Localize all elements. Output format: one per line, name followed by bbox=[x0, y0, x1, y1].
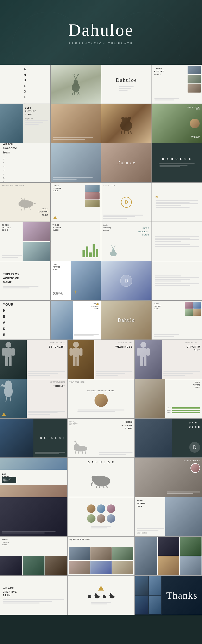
row-2: LEFTPICTURESLIDE Project list bbox=[0, 104, 202, 144]
svg-point-21 bbox=[21, 200, 26, 204]
slide-r10s3: D A HU L O E D bbox=[135, 418, 202, 458]
right-pic-2-label: RIGHTPICTURESLIDE bbox=[137, 499, 145, 508]
svg-rect-52 bbox=[144, 357, 146, 366]
svg-marker-22 bbox=[21, 198, 23, 200]
slide-r14s1: WE ARECREATIVETEAM bbox=[0, 576, 68, 615]
person-silhouette-3 bbox=[135, 340, 152, 371]
slide-r7s1: YOURHEADER bbox=[0, 301, 51, 340]
slide-r13s2: SQUARE PICTURE SLIDE bbox=[68, 536, 135, 576]
strenght-text: STRENGHT bbox=[49, 345, 65, 348]
slide-r8s1: YOUR TITLE HERE STRENGHT bbox=[0, 340, 68, 379]
slide-r3s1: we areawesometeam DAHULOE bbox=[0, 144, 51, 182]
bird-silhouette bbox=[0, 379, 17, 410]
dark-people-text: D A H U L O E bbox=[40, 437, 65, 440]
animal-4 bbox=[109, 592, 115, 599]
opportunity-text: OPPORTUNITY bbox=[187, 345, 200, 352]
slide-r5s1: THREEPICTURESLIDE bbox=[0, 222, 51, 261]
opportu-title-label: YOUR TITLE HERE bbox=[185, 342, 200, 344]
slide-r5s2: THREEPICTURESLIDE bbox=[51, 222, 102, 261]
your-headers-label: YOUR HEADERS bbox=[184, 460, 200, 462]
slide-r9s1: YOUR TITLE HERE THREAT bbox=[0, 379, 68, 418]
svg-point-84 bbox=[104, 594, 105, 595]
row-9: YOUR TITLE HERE THREAT YOUR TITLE HERE C… bbox=[0, 379, 202, 418]
weakness-text: WEAKNESS bbox=[116, 345, 133, 348]
fly-there: fly there bbox=[191, 136, 199, 138]
deer-mockup-label: DEERMOCKUPSLIDE bbox=[139, 227, 150, 237]
slide-r5s4 bbox=[152, 222, 202, 261]
d-circle: D bbox=[121, 197, 132, 208]
dahuloe-elephant-text: D A H U L O E bbox=[68, 461, 135, 464]
svg-point-15 bbox=[128, 117, 131, 120]
deer-mockup-sub: this isSomethingyou say bbox=[103, 224, 111, 232]
svg-line-67 bbox=[96, 486, 97, 488]
row-4: MOCKUP PICTURE SLIDE WOLFMOCKUPSLIDE THR… bbox=[0, 183, 202, 222]
svg-rect-50 bbox=[146, 348, 150, 356]
svg-rect-44 bbox=[79, 348, 82, 356]
svg-line-2 bbox=[74, 76, 76, 79]
slide-r1s4: THREEPICTURESLIDE bbox=[152, 65, 202, 104]
slide-r3s3: Dahuloe bbox=[101, 144, 152, 182]
deer-small-silhouette bbox=[105, 244, 122, 258]
wolf-mockup-label: WOLFMOCKUPSLIDE bbox=[39, 207, 48, 217]
threat-text: THREAT bbox=[53, 384, 65, 388]
slide-r3s2 bbox=[51, 144, 102, 182]
svg-rect-51 bbox=[140, 357, 143, 366]
your-title-label: YOUR TITLE bbox=[187, 106, 199, 108]
svg-point-76 bbox=[94, 594, 97, 597]
row-7: YOURHEADER RIGHTPICTURESLIDE Dahulo FOUR… bbox=[0, 301, 202, 340]
row-14: WE ARECREATIVETEAM bbox=[0, 576, 202, 615]
slide-r6s1: THIS IS MYAWESOMENAME bbox=[0, 261, 51, 300]
slide-r11s3: YOUR HEADERS bbox=[135, 458, 202, 497]
slide-r8s2: YOUR TITLE HERE WEAKNESS bbox=[68, 340, 135, 379]
slide-r8s3: YOUR TITLE HERE OPPORTUNITY bbox=[135, 340, 202, 379]
svg-line-16 bbox=[121, 131, 122, 134]
elephant-silhouette bbox=[89, 471, 113, 488]
wolf-silhouette bbox=[13, 194, 37, 210]
row-1: DAHULOE Dahuloe bbox=[0, 65, 202, 104]
svg-line-31 bbox=[112, 246, 113, 249]
slide-r9s3: RIGHTPICTURESLIDE Label 1 Label 2 Label … bbox=[135, 379, 202, 418]
two-pic-label: TWOPICTURESLIDE bbox=[53, 263, 60, 271]
svg-line-88 bbox=[111, 593, 112, 594]
d-circle-white: D bbox=[120, 275, 132, 287]
three-picture-label: THREEPICTURESLIDE bbox=[154, 67, 164, 76]
slide-r10s1: D A H U L O E bbox=[0, 418, 68, 458]
circle-pic-label: CIRCLE PICTURE SLIDE bbox=[87, 390, 115, 392]
svg-rect-49 bbox=[137, 348, 140, 356]
svg-point-65 bbox=[92, 476, 94, 479]
row-8: YOUR TITLE HERE STRENGHT YOUR TITLE HERE… bbox=[0, 340, 202, 379]
left-picture-label: LEFTPICTURESLIDE bbox=[25, 106, 48, 116]
three-pic-bars-label: THREEPICTURESLIDE bbox=[53, 224, 62, 232]
row-5: THREEPICTURESLIDE THREEPICTURESLIDE this… bbox=[0, 222, 202, 261]
slide-r11s1: TOPBOTTOMPICTURE COMPANYREPORT bbox=[0, 458, 68, 497]
three-pic-bottom-label: THREEPICTURESLIDE bbox=[2, 538, 9, 546]
horse-mockup-label: HORSEMOCKUPSLIDE bbox=[122, 420, 133, 430]
svg-point-74 bbox=[90, 594, 91, 595]
d-circle-dark: D bbox=[189, 442, 200, 453]
slide-r6s3: D bbox=[101, 261, 152, 300]
svg-line-8 bbox=[72, 92, 73, 95]
svg-line-6 bbox=[77, 74, 79, 76]
creative-team-text: WE ARECREATIVETEAM bbox=[3, 586, 64, 597]
slide-r5s3: this isSomethingyou say DEERMOCKUPSLIDE bbox=[101, 222, 152, 261]
svg-point-58 bbox=[74, 444, 80, 448]
slide-r1s1: DAHULOE bbox=[0, 65, 51, 104]
svg-line-70 bbox=[107, 486, 108, 488]
svg-point-66 bbox=[97, 476, 100, 479]
animal-2 bbox=[93, 592, 100, 599]
svg-rect-45 bbox=[73, 357, 75, 366]
slide-r1s2 bbox=[51, 65, 102, 104]
svg-line-59 bbox=[75, 452, 75, 454]
slide-r4s2: THREEPICTURESLIDE bbox=[51, 183, 102, 222]
svg-point-83 bbox=[103, 594, 104, 595]
dahulo-text: Dahulo bbox=[118, 318, 135, 323]
slide-r2s3 bbox=[101, 104, 152, 143]
slide-r13s1: THREEPICTURESLIDE bbox=[0, 536, 68, 576]
plus-sign: + bbox=[74, 289, 77, 296]
slide-r2s2 bbox=[51, 104, 102, 143]
horse-silhouette bbox=[70, 440, 89, 454]
slide-r7s3: Dahulo bbox=[101, 301, 152, 340]
row-3: we areawesometeam DAHULOE Dahuloe D A H … bbox=[0, 144, 202, 183]
slide-r7s4: FOURPICTURESLIDE bbox=[152, 301, 202, 340]
dahuloe-photo-text: Dahuloe bbox=[117, 160, 135, 166]
